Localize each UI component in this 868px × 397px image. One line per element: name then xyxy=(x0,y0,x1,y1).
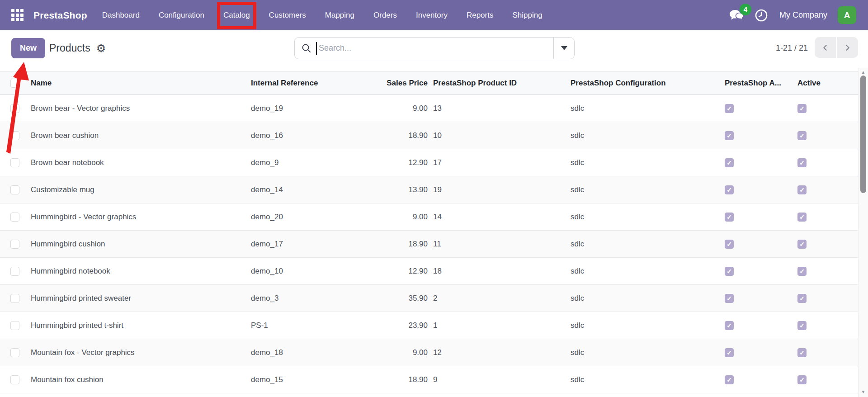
column-header-internal-reference[interactable]: Internal Reference xyxy=(251,71,350,95)
column-header-sales-price[interactable]: Sales Price xyxy=(350,71,428,95)
prestashop-active-checkbox: ✓ xyxy=(725,185,734,194)
row-select-checkbox[interactable] xyxy=(10,321,19,330)
row-select-checkbox[interactable] xyxy=(10,375,19,384)
row-select-checkbox[interactable] xyxy=(10,240,19,249)
column-header-active[interactable]: Active xyxy=(797,71,858,95)
activities-button[interactable] xyxy=(755,9,768,22)
row-select-checkbox[interactable] xyxy=(10,185,19,194)
cell-sales-price: 9.00 xyxy=(350,339,428,366)
menu-mapping[interactable]: Mapping xyxy=(325,11,354,20)
messages-button[interactable]: 4 xyxy=(729,9,744,22)
table-row[interactable]: Customizable mugdemo_1413.9019sdlc✓✓ xyxy=(0,176,858,203)
prestashop-active-checkbox: ✓ xyxy=(725,104,734,113)
products-table: Name Internal Reference Sales Price Pres… xyxy=(0,71,858,393)
cell-sales-price: 18.90 xyxy=(350,231,428,257)
active-checkbox: ✓ xyxy=(797,348,807,357)
cell-prestashop-configuration: sdlc xyxy=(571,95,725,122)
cell-internal-reference: demo_15 xyxy=(251,366,350,393)
table-row[interactable]: Brown bear cushiondemo_1618.9010sdlc✓✓ xyxy=(0,122,858,149)
column-header-prestashop-active[interactable]: PrestaShop A... xyxy=(725,71,797,95)
cell-internal-reference: demo_14 xyxy=(251,176,350,203)
cell-prestashop-product-id: 11 xyxy=(428,231,571,257)
gear-icon[interactable]: ⚙ xyxy=(96,43,106,54)
menu-configuration[interactable]: Configuration xyxy=(159,11,204,20)
cell-prestashop-configuration: sdlc xyxy=(571,203,725,230)
row-select-checkbox[interactable] xyxy=(10,213,19,222)
search-dropdown-toggle[interactable] xyxy=(553,38,574,59)
cell-sales-price: 13.90 xyxy=(350,176,428,203)
prestashop-active-checkbox: ✓ xyxy=(725,267,734,276)
table-row[interactable]: Hummingbird - Vector graphicsdemo_209.00… xyxy=(0,203,858,231)
table-row[interactable]: Mountain fox cushiondemo_1518.909sdlc✓✓ xyxy=(0,366,858,393)
active-checkbox: ✓ xyxy=(797,240,807,249)
cell-internal-reference: PS-1 xyxy=(251,312,350,339)
cell-internal-reference: demo_20 xyxy=(251,203,350,230)
cell-sales-price: 23.90 xyxy=(350,312,428,339)
table-row[interactable]: Brown bear notebookdemo_912.9017sdlc✓✓ xyxy=(0,149,858,176)
cell-prestashop-configuration: sdlc xyxy=(571,176,725,203)
scrollbar-thumb[interactable] xyxy=(860,76,866,193)
row-select-checkbox[interactable] xyxy=(10,267,19,276)
menu-inventory[interactable]: Inventory xyxy=(416,11,448,20)
cell-internal-reference: demo_3 xyxy=(251,285,350,312)
table-row[interactable]: Hummingbird printed t-shirtPS-123.901sdl… xyxy=(0,312,858,339)
row-select-checkbox[interactable] xyxy=(10,131,19,140)
company-switcher[interactable]: My Company xyxy=(779,10,827,20)
row-select-checkbox[interactable] xyxy=(10,294,19,303)
prestashop-active-checkbox: ✓ xyxy=(725,348,734,357)
cell-internal-reference: demo_16 xyxy=(251,122,350,149)
table-row[interactable]: Hummingbird printed sweaterdemo_335.902s… xyxy=(0,285,858,312)
cell-sales-price: 9.00 xyxy=(350,203,428,230)
cell-prestashop-product-id: 12 xyxy=(428,339,571,366)
table-row[interactable]: Hummingbird cushiondemo_1718.9011sdlc✓✓ xyxy=(0,231,858,258)
pager-previous-button[interactable] xyxy=(815,37,836,58)
clock-icon xyxy=(755,9,768,22)
scroll-up-arrow-icon[interactable]: ▲ xyxy=(859,70,868,75)
pager xyxy=(815,37,858,58)
menu-orders[interactable]: Orders xyxy=(373,11,397,20)
apps-grid-icon[interactable] xyxy=(11,9,24,22)
prestashop-active-checkbox: ✓ xyxy=(725,321,734,330)
menu-shipping[interactable]: Shipping xyxy=(512,11,542,20)
row-select-checkbox[interactable] xyxy=(10,104,19,113)
menu-catalog[interactable]: Catalog xyxy=(223,11,250,20)
cell-sales-price: 12.90 xyxy=(350,149,428,176)
cell-prestashop-configuration: sdlc xyxy=(571,149,725,176)
user-avatar[interactable]: A xyxy=(838,6,856,24)
cell-sales-price: 18.90 xyxy=(350,366,428,393)
app-brand[interactable]: PrestaShop xyxy=(33,10,87,21)
menu-dashboard[interactable]: Dashboard xyxy=(102,11,140,20)
active-checkbox: ✓ xyxy=(797,158,807,167)
search-bar[interactable] xyxy=(294,37,575,59)
cell-internal-reference: demo_9 xyxy=(251,149,350,176)
vertical-scrollbar[interactable]: ▲ ▼ xyxy=(858,68,868,397)
topbar: PrestaShop DashboardConfigurationCatalog… xyxy=(0,0,868,30)
menu-customers[interactable]: Customers xyxy=(269,11,306,20)
pager-next-button[interactable] xyxy=(837,37,858,58)
row-select-checkbox[interactable] xyxy=(10,158,19,167)
table-row[interactable]: Mountain fox - Vector graphicsdemo_189.0… xyxy=(0,339,858,366)
cell-prestashop-product-id: 9 xyxy=(428,366,571,393)
table-row[interactable]: Hummingbird notebookdemo_1012.9018sdlc✓✓ xyxy=(0,258,858,285)
column-header-name[interactable]: Name xyxy=(31,71,251,95)
scroll-down-arrow-icon[interactable]: ▼ xyxy=(859,389,868,394)
active-checkbox: ✓ xyxy=(797,104,807,113)
active-checkbox: ✓ xyxy=(797,321,807,330)
row-select-checkbox[interactable] xyxy=(10,348,19,357)
cell-prestashop-configuration: sdlc xyxy=(571,231,725,257)
pager-range: 1-21 / 21 xyxy=(737,37,808,59)
cell-sales-price: 9.00 xyxy=(350,95,428,122)
menu-reports[interactable]: Reports xyxy=(467,11,494,20)
cell-prestashop-configuration: sdlc xyxy=(571,312,725,339)
cell-prestashop-configuration: sdlc xyxy=(571,366,725,393)
column-header-prestashop-configuration[interactable]: PrestaShop Configuration xyxy=(571,71,725,95)
table-row[interactable]: Brown bear - Vector graphicsdemo_199.001… xyxy=(0,95,858,122)
select-all-checkbox[interactable] xyxy=(10,79,19,88)
search-input[interactable] xyxy=(317,38,553,59)
column-header-prestashop-product-id[interactable]: PrestaShop Product ID xyxy=(428,71,571,95)
cell-prestashop-product-id: 1 xyxy=(428,312,571,339)
cell-prestashop-product-id: 18 xyxy=(428,258,571,284)
cell-name: Mountain fox - Vector graphics xyxy=(31,339,251,366)
cell-name: Hummingbird printed sweater xyxy=(31,285,251,312)
new-button[interactable]: New xyxy=(11,38,45,58)
